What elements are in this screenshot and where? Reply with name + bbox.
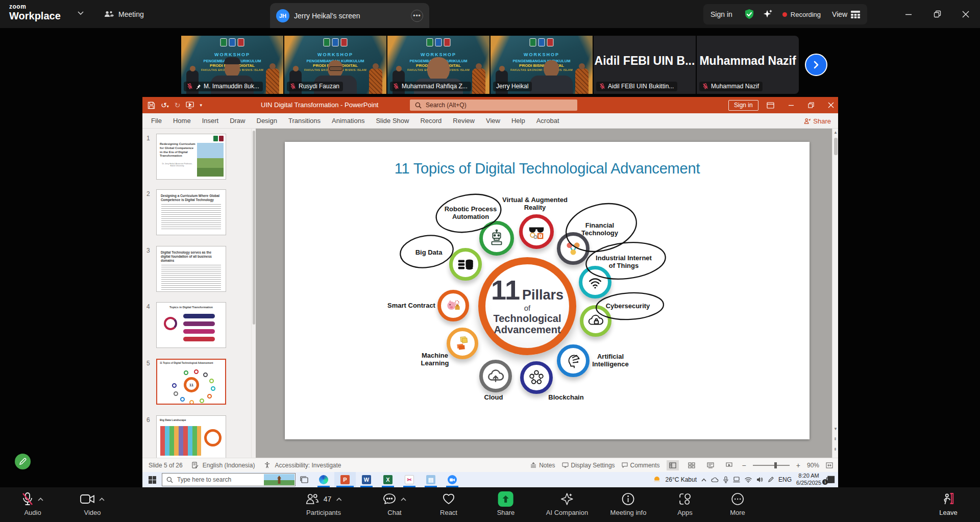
close-button[interactable] [951, 0, 980, 28]
save-icon[interactable] [148, 102, 155, 109]
toolbar-chat-button[interactable]: Chat [383, 491, 406, 516]
thumb-preview[interactable]: 11 Topics of Digital Technological Advan… [156, 359, 226, 405]
toolbar-react-button[interactable]: React [440, 491, 457, 516]
slide-thumbnail-3[interactable]: 3Digital Technology serves as the digita… [142, 246, 251, 294]
toolbar-ai-button[interactable]: AI Companion [546, 491, 588, 516]
slide-vertical-scrollbar[interactable]: ▲ ▼ ⇞ ⇟ [832, 129, 838, 458]
input-language[interactable]: ENG [778, 476, 792, 483]
ai-sparkle-icon[interactable] [762, 9, 773, 20]
ribbon-display-options-icon[interactable] [767, 102, 774, 109]
video-tile-4[interactable]: WORKSHOPPENGEMBANGAN KURIKULUMPRODI BISN… [491, 36, 593, 94]
clock[interactable]: 8:20 AM 6/25/2025 [796, 473, 821, 487]
zoom-percent[interactable]: 90% [807, 462, 819, 469]
ribbon-tab-draw[interactable]: Draw [224, 113, 251, 129]
view-grid-icon[interactable] [851, 11, 860, 18]
previous-slide-button[interactable]: ⇞ [834, 437, 837, 441]
slide-sorter-view-button[interactable] [685, 460, 698, 470]
thumb-preview[interactable]: Designing a Curriculum Where Global Comp… [156, 189, 226, 235]
video-tile-3[interactable]: WORKSHOPPENGEMBANGAN KURIKULUMPRODI BISN… [387, 36, 489, 94]
sign-in-link[interactable]: Sign in [710, 10, 732, 18]
slide-canvas[interactable]: 11 Topics of Digital Technological Advan… [285, 142, 810, 439]
restore-button[interactable] [923, 0, 951, 28]
ribbon-tab-transitions[interactable]: Transitions [283, 113, 326, 129]
ribbon-tab-help[interactable]: Help [506, 113, 531, 129]
toolbar-share-button[interactable]: Share [497, 491, 515, 516]
ribbon-tab-acrobat[interactable]: Acrobat [531, 113, 565, 129]
taskbar-app-notes[interactable]: ▤ [420, 472, 442, 487]
video-tile-6[interactable]: Muhammad NazifMuhammad Nazif [697, 36, 799, 94]
security-shield-icon[interactable] [744, 9, 755, 20]
tray-expand-chevron-icon[interactable] [701, 478, 706, 482]
slide-thumbnail-2[interactable]: 2Designing a Curriculum Where Global Com… [142, 189, 251, 238]
taskbar-search-box[interactable]: Type here to search [162, 473, 296, 486]
microphone-tray-icon[interactable] [723, 476, 728, 483]
thumb-preview[interactable]: Digital Technology serves as the digital… [156, 246, 226, 292]
task-view-button[interactable] [296, 472, 313, 487]
normal-view-button[interactable] [667, 460, 679, 470]
thumbnail-panel-scrollbar[interactable] [251, 129, 256, 458]
device-icon[interactable] [733, 477, 740, 483]
toolbar-more-button[interactable]: More [730, 491, 745, 516]
ppt-sign-in-button[interactable]: Sign in [728, 100, 758, 111]
redo-icon[interactable]: ↻ [175, 101, 181, 109]
video-tile-5[interactable]: Aidil FEBI UIN B...Aidil FEBI UIN Bukitt… [594, 36, 696, 94]
next-slide-button[interactable]: ⇟ [834, 447, 837, 452]
video-tile-1[interactable]: WORKSHOPPENGEMBANGAN KURIKULUMPRODI BISN… [181, 36, 283, 94]
slideshow-view-button[interactable] [723, 460, 736, 470]
accessibility-status[interactable]: Accessibility: Investigate [275, 462, 341, 469]
taskbar-app-edge[interactable] [313, 472, 334, 487]
video-tile-2[interactable]: WORKSHOPPENGEMBANGAN KURIKULUMPRODI BISN… [284, 36, 386, 94]
weather-icon[interactable] [653, 476, 661, 484]
ppt-restore-icon[interactable] [808, 102, 814, 108]
ppt-search-box[interactable]: Search (Alt+Q) [410, 100, 577, 111]
undo-icon[interactable]: ↺▾ [161, 101, 169, 109]
ppt-minimize-icon[interactable] [788, 102, 794, 108]
taskbar-app-snip[interactable]: ✂ [399, 472, 420, 487]
notes-button[interactable]: Notes [530, 462, 555, 469]
comments-button[interactable]: Comments [622, 462, 660, 469]
start-button[interactable] [142, 472, 162, 487]
slide-thumbnail-6[interactable]: 6Big Data Landscape [142, 415, 251, 458]
start-slideshow-icon[interactable] [186, 102, 194, 109]
pen-icon[interactable] [768, 477, 774, 483]
ribbon-tab-slide-show[interactable]: Slide Show [370, 113, 414, 129]
qat-customize-caret-icon[interactable]: ▾ [200, 103, 202, 108]
onedrive-icon[interactable] [711, 477, 719, 483]
ribbon-tab-file[interactable]: File [145, 113, 167, 129]
reading-view-button[interactable] [704, 460, 717, 470]
search-highlight-image[interactable] [264, 474, 295, 485]
toolbar-info-button[interactable]: Meeting info [610, 491, 647, 516]
weather-status[interactable]: 26°C Kabut [666, 476, 697, 483]
taskbar-app-zoom[interactable] [442, 472, 463, 487]
ppt-close-icon[interactable] [828, 102, 834, 108]
display-settings-button[interactable]: Display Settings [562, 462, 615, 469]
view-button[interactable]: View [832, 10, 847, 18]
ribbon-tab-home[interactable]: Home [167, 113, 197, 129]
spellcheck-icon[interactable] [192, 462, 199, 468]
ribbon-tab-record[interactable]: Record [414, 113, 447, 129]
ribbon-tab-animations[interactable]: Animations [326, 113, 370, 129]
taskbar-app-word[interactable]: W [356, 472, 377, 487]
volume-icon[interactable] [756, 477, 763, 483]
slide-thumbnail-5[interactable]: 511 Topics of Digital Technological Adva… [142, 359, 251, 407]
language-status[interactable]: English (Indonesia) [203, 462, 255, 469]
minimize-button[interactable] [894, 0, 923, 28]
ribbon-tab-insert[interactable]: Insert [197, 113, 225, 129]
notification-center-icon[interactable]: 1 [826, 476, 835, 484]
ribbon-tab-review[interactable]: Review [447, 113, 480, 129]
thumb-preview[interactable]: Topics in Digital Transformation [156, 302, 226, 348]
toolbar-video-button[interactable]: Video [80, 491, 105, 516]
toolbar-apps-button[interactable]: Apps [677, 491, 693, 516]
toolbar-audio-button[interactable]: Audio [22, 491, 43, 516]
slide-thumbnail-1[interactable]: 1Redesigning Curriculum for Global Compe… [142, 134, 251, 182]
fit-to-window-icon[interactable] [826, 462, 833, 468]
accessibility-icon[interactable] [264, 462, 271, 468]
ribbon-tab-view[interactable]: View [480, 113, 506, 129]
ppt-share-button[interactable]: Share [804, 113, 831, 129]
toolbar-participants-button[interactable]: 47Participants [306, 491, 342, 516]
annotation-pencil-button[interactable] [15, 454, 31, 469]
ribbon-tab-design[interactable]: Design [251, 113, 283, 129]
tab-options-icon[interactable]: ••• [411, 10, 423, 22]
zoom-in-button[interactable]: + [796, 461, 800, 469]
slide-thumbnail-4[interactable]: 4Topics in Digital Transformation [142, 302, 251, 351]
